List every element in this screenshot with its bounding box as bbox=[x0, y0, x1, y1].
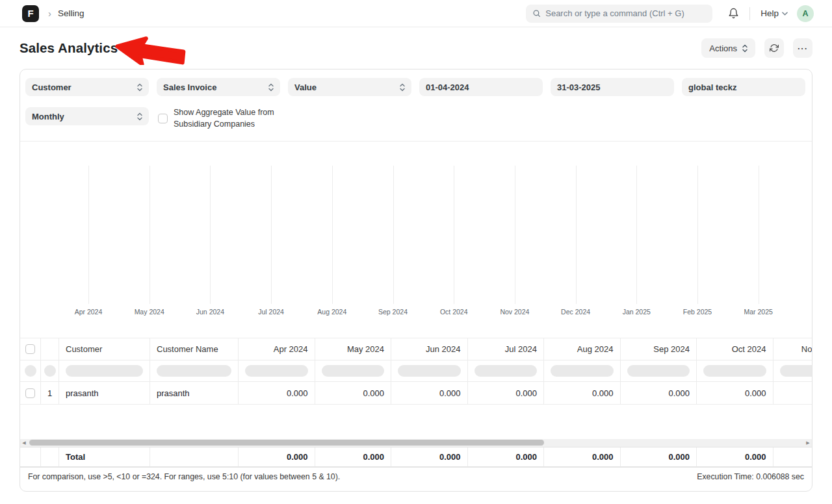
table-header-row: CustomerCustomer NameApr 2024May 2024Jun… bbox=[20, 338, 812, 360]
total-value-cell bbox=[774, 447, 813, 466]
table-empty-space bbox=[20, 405, 812, 439]
column-filter-cell[interactable] bbox=[150, 360, 239, 382]
total-label-cell: Total bbox=[59, 447, 150, 466]
filter-input-placeholder[interactable] bbox=[322, 365, 385, 377]
select-all-cell[interactable] bbox=[20, 338, 41, 360]
app-logo-icon[interactable]: F bbox=[22, 5, 39, 22]
based-on-select[interactable]: Sales Invoice bbox=[157, 78, 280, 96]
select-chevrons-icon bbox=[742, 44, 748, 53]
avatar[interactable]: A bbox=[797, 5, 814, 22]
filter-input-placeholder[interactable] bbox=[66, 365, 143, 377]
search-input[interactable] bbox=[545, 8, 706, 18]
tree-type-select[interactable]: Customer bbox=[25, 78, 149, 96]
report-card: Customer Sales Invoice Value 01-04-2024 … bbox=[20, 69, 812, 492]
filter-input-placeholder[interactable] bbox=[474, 365, 538, 377]
range-value: Monthly bbox=[32, 112, 64, 121]
column-header-may-2024[interactable]: May 2024 bbox=[315, 338, 392, 360]
page-actions: Actions ··· bbox=[701, 38, 812, 58]
column-filter-cell[interactable] bbox=[544, 360, 621, 382]
chart-x-tick-label: Nov 2024 bbox=[500, 308, 529, 316]
actions-button[interactable]: Actions bbox=[701, 38, 755, 58]
filter-input-placeholder[interactable] bbox=[627, 365, 690, 377]
total-empty-cell bbox=[20, 447, 41, 466]
aggregate-checkbox-wrap[interactable]: Show Aggregate Value from Subsidiary Com… bbox=[158, 107, 304, 130]
global-search[interactable] bbox=[526, 5, 712, 23]
row-checkbox-cell[interactable] bbox=[20, 382, 41, 405]
filter-input-placeholder[interactable] bbox=[245, 365, 308, 377]
scroll-right-arrow-icon[interactable]: ▶ bbox=[804, 439, 812, 447]
column-header-aug-2024[interactable]: Aug 2024 bbox=[544, 338, 621, 360]
row-checkbox[interactable] bbox=[25, 388, 35, 398]
horizontal-scrollbar[interactable]: ◀ ▶ bbox=[20, 439, 812, 447]
column-filter-cell[interactable] bbox=[774, 360, 813, 382]
total-value-cell: 0.000 bbox=[621, 447, 697, 466]
filter-input-placeholder[interactable] bbox=[157, 365, 231, 377]
column-header-jul-2024[interactable]: Jul 2024 bbox=[468, 338, 545, 360]
column-filter-cell[interactable] bbox=[41, 360, 59, 382]
value-quantity-value: Value bbox=[294, 82, 317, 92]
analytics-chart: Apr 2024May 2024Jun 2024Jul 2024Aug 2024… bbox=[20, 142, 812, 338]
table-row[interactable]: 1prasanthprasanth0.0000.0000.0000.0000.0… bbox=[20, 382, 812, 405]
column-filter-cell[interactable] bbox=[59, 360, 150, 382]
column-filter-cell[interactable] bbox=[468, 360, 545, 382]
value-cell bbox=[774, 382, 813, 405]
breadcrumb[interactable]: Selling bbox=[58, 8, 84, 18]
aggregate-checkbox[interactable] bbox=[158, 114, 168, 123]
page-title: Sales Analytics bbox=[20, 40, 118, 56]
table-filter-row bbox=[20, 360, 812, 382]
from-date-input[interactable]: 01-04-2024 bbox=[419, 78, 543, 96]
datatable: CustomerCustomer NameApr 2024May 2024Jun… bbox=[20, 338, 812, 467]
refresh-button[interactable] bbox=[764, 38, 784, 58]
column-header-nov-2024[interactable]: Nov 2024 bbox=[774, 338, 813, 360]
column-filter-cell[interactable] bbox=[621, 360, 697, 382]
chart-gridline bbox=[515, 166, 515, 304]
filter-placeholder-circle[interactable] bbox=[44, 365, 56, 377]
total-empty-cell bbox=[41, 447, 59, 466]
filter-placeholder-circle[interactable] bbox=[25, 365, 36, 377]
value-quantity-select[interactable]: Value bbox=[288, 78, 411, 96]
column-header-customer-name[interactable]: Customer Name bbox=[150, 338, 239, 360]
chart-gridline bbox=[88, 166, 89, 304]
column-filter-cell[interactable] bbox=[315, 360, 392, 382]
chart-x-tick-label: Feb 2025 bbox=[683, 308, 712, 316]
total-value-cell: 0.000 bbox=[239, 447, 315, 466]
navbar-right: Help A bbox=[526, 5, 814, 23]
breadcrumb-chevron-icon: › bbox=[48, 8, 51, 19]
total-value-cell: 0.000 bbox=[315, 447, 392, 466]
customer-cell: prasanth bbox=[59, 382, 150, 405]
column-filter-cell[interactable] bbox=[697, 360, 774, 382]
column-header-jun-2024[interactable]: Jun 2024 bbox=[391, 338, 468, 360]
column-header-sep-2024[interactable]: Sep 2024 bbox=[621, 338, 697, 360]
menu-button[interactable]: ··· bbox=[793, 38, 812, 58]
chart-gridline bbox=[210, 166, 211, 304]
chart-x-tick-label: Jun 2024 bbox=[196, 308, 224, 316]
scrollbar-thumb[interactable] bbox=[29, 440, 544, 446]
bell-icon bbox=[728, 8, 739, 19]
range-select[interactable]: Monthly bbox=[25, 107, 149, 125]
filter-input-placeholder[interactable] bbox=[703, 365, 766, 377]
column-header-oct-2024[interactable]: Oct 2024 bbox=[697, 338, 774, 360]
select-all-checkbox[interactable] bbox=[25, 344, 35, 354]
to-date-input[interactable]: 31-03-2025 bbox=[551, 78, 674, 96]
column-filter-cell[interactable] bbox=[391, 360, 468, 382]
column-filter-cell[interactable] bbox=[239, 360, 315, 382]
scroll-left-arrow-icon[interactable]: ◀ bbox=[20, 439, 28, 447]
company-input[interactable]: global teckz bbox=[682, 78, 805, 96]
filter-input-placeholder[interactable] bbox=[780, 365, 813, 377]
chart-x-tick-label: Oct 2024 bbox=[440, 308, 468, 316]
filter-input-placeholder[interactable] bbox=[551, 365, 614, 377]
value-cell: 0.000 bbox=[391, 382, 468, 405]
value-cell: 0.000 bbox=[621, 382, 697, 405]
refresh-icon bbox=[770, 44, 779, 53]
chart-gridline bbox=[393, 166, 394, 304]
chart-x-tick-label: Jul 2024 bbox=[258, 308, 284, 316]
help-menu[interactable]: Help bbox=[760, 8, 788, 18]
notifications-button[interactable] bbox=[728, 8, 739, 19]
actions-label: Actions bbox=[709, 44, 737, 53]
total-value-cell: 0.000 bbox=[544, 447, 621, 466]
column-filter-cell[interactable] bbox=[20, 360, 41, 382]
column-header-customer[interactable]: Customer bbox=[59, 338, 150, 360]
to-date-value: 31-03-2025 bbox=[557, 82, 601, 92]
column-header-apr-2024[interactable]: Apr 2024 bbox=[239, 338, 315, 360]
filter-input-placeholder[interactable] bbox=[398, 365, 461, 377]
